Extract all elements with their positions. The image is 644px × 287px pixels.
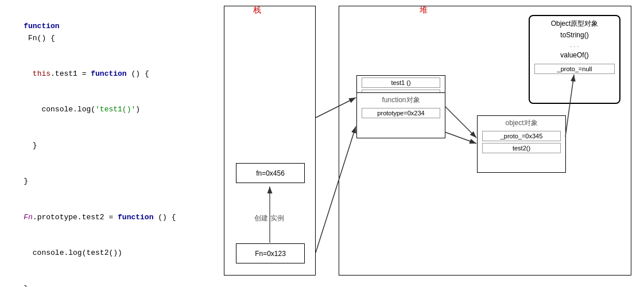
code-line-5: } bbox=[6, 164, 212, 199]
heap-box: 堆 test1 () _proto_=0x234 function对象 prot… bbox=[339, 6, 631, 276]
dots-label: . . . bbox=[530, 41, 619, 49]
chuangjian-label: 创建 实例 bbox=[246, 214, 292, 223]
code-line-7: console.log(test2()) bbox=[6, 235, 212, 271]
object-obj-title: object对象 bbox=[478, 116, 565, 129]
object-proto-box: Object原型对象 toString() . . . valueOf() _p… bbox=[529, 15, 620, 104]
valueof-label: valueOf() bbox=[530, 49, 619, 61]
test1-cell: test1 () bbox=[362, 77, 440, 88]
proto-null-cell: _proto_=null bbox=[534, 64, 615, 74]
keyword-function: function bbox=[24, 22, 59, 30]
code-line-6: Fn.prototype.test2 = function () { bbox=[6, 200, 212, 235]
code-section: function Fn() { this.test1 = function ()… bbox=[6, 9, 212, 287]
tostring-label: toString() bbox=[530, 29, 619, 41]
diagram: 栈 fn=0x456 Fn=0x123 创建 实例 堆 test1 () _pr… bbox=[224, 6, 637, 281]
code-line-8: } bbox=[6, 272, 212, 287]
heap-label: 堆 bbox=[420, 5, 428, 15]
code-line-4: } bbox=[6, 128, 212, 164]
object-obj-box: object对象 _proto_=0x345 test2() bbox=[477, 115, 566, 173]
fn-obj-box: function对象 prototype=0x234 bbox=[356, 92, 445, 138]
object-proto-title: Object原型对象 bbox=[530, 16, 619, 29]
code-line-2: this.test1 = function () { bbox=[6, 56, 212, 92]
stack-fn-lower: Fn=0x123 bbox=[236, 243, 305, 263]
prototype-cell: prototype=0x234 bbox=[362, 108, 440, 118]
fn-obj-title: function对象 bbox=[357, 93, 445, 106]
test2-cell: test2() bbox=[482, 143, 561, 153]
stack-label: 栈 bbox=[253, 5, 261, 15]
code-line-3: console.log('test1()') bbox=[6, 92, 212, 128]
stack-fn-upper: fn=0x456 bbox=[236, 163, 305, 183]
code-line-1: function Fn() { bbox=[6, 9, 212, 56]
stack-box: 栈 fn=0x456 Fn=0x123 创建 实例 bbox=[224, 6, 316, 276]
proto-345-cell: _proto_=0x345 bbox=[482, 131, 561, 141]
